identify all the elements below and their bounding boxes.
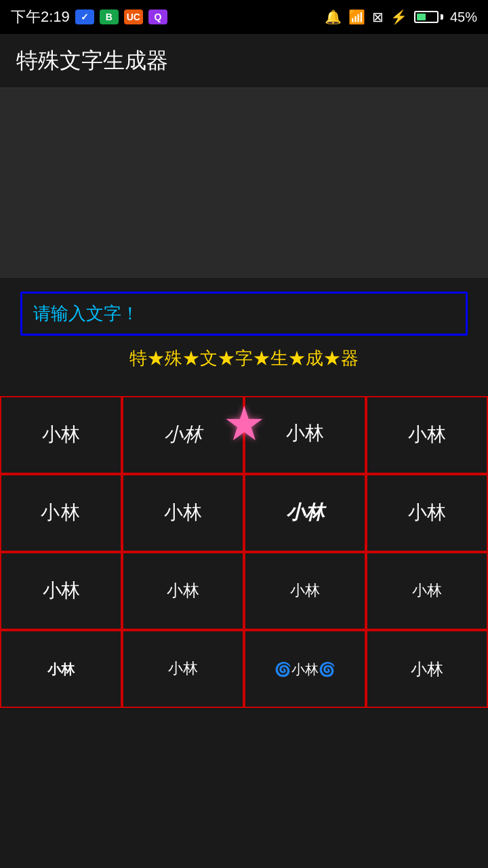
style-text-14: 小林 (163, 654, 203, 684)
style-text-2: 小林 (159, 417, 207, 452)
style-text-3: 小林 (281, 417, 329, 452)
screen-icon: ⊠ (372, 9, 384, 25)
style-cell-14[interactable]: 小林 (122, 630, 244, 708)
style-cell-13[interactable]: 小林 (0, 630, 122, 708)
page-title: 特殊文字生成器 (16, 46, 168, 76)
style-cell-16[interactable]: 小林 (366, 630, 488, 708)
status-bar: 下午2:19 ✓ B UC Q 🔔 📶 ⊠ ⚡ 45% (0, 0, 488, 34)
style-cell-6[interactable]: 小林 (122, 474, 244, 552)
style-text-7: 小林 (281, 495, 329, 530)
status-right: 🔔 📶 ⊠ ⚡ 45% (325, 9, 477, 25)
style-cell-9[interactable]: 小林 (0, 552, 122, 630)
style-cell-8[interactable]: 小林 (366, 474, 488, 552)
status-left: 下午2:19 ✓ B UC Q (11, 7, 167, 27)
app-icon-1: ✓ (75, 9, 94, 24)
style-cell-11[interactable]: 小林 (244, 552, 366, 630)
app-icon-2: B (100, 9, 119, 24)
style-text-10: 小林 (161, 575, 205, 607)
style-cell-1[interactable]: 小林 (0, 396, 122, 474)
style-text-5: 小林 (35, 495, 87, 530)
style-cell-5[interactable]: 小林 (0, 474, 122, 552)
charge-icon: ⚡ (390, 9, 407, 25)
input-section: 特★殊★文★字★生★成★器 (0, 278, 488, 382)
style-text-16: 小林 (405, 653, 449, 685)
app-icon-3: UC (124, 9, 143, 24)
style-cell-2[interactable]: 小林 (122, 396, 244, 474)
battery-percent: 45% (450, 9, 477, 25)
style-text-4: 小林 (403, 417, 451, 452)
style-cell-3[interactable]: 小林 (244, 396, 366, 474)
battery-indicator (414, 11, 443, 23)
style-text-6: 小林 (159, 495, 207, 530)
style-text-9: 小林 (37, 573, 85, 608)
text-input[interactable] (20, 292, 468, 336)
app-icon-4: Q (148, 9, 167, 24)
style-grid-container: ★ 小林小林小林小林小林小林小林小林小林小林小林小林小林小林🌀小林🌀小林 (0, 396, 488, 708)
style-text-8: 小林 (403, 495, 451, 530)
wifi-icon: 📶 (348, 9, 365, 25)
app-header: 特殊文字生成器 (0, 34, 488, 88)
style-cell-15[interactable]: 🌀小林🌀 (244, 630, 366, 708)
style-text-12: 小林 (407, 576, 447, 606)
style-grid: 小林小林小林小林小林小林小林小林小林小林小林小林小林小林🌀小林🌀小林 (0, 396, 488, 708)
style-cell-7[interactable]: 小林 (244, 474, 366, 552)
style-text-15: 🌀小林🌀 (269, 655, 341, 684)
style-cell-10[interactable]: 小林 (122, 552, 244, 630)
style-cell-12[interactable]: 小林 (366, 552, 488, 630)
style-text-1: 小林 (37, 417, 85, 452)
bell-icon: 🔔 (325, 9, 342, 25)
status-time: 下午2:19 (11, 7, 70, 27)
style-text-13: 小林 (42, 655, 80, 684)
style-cell-4[interactable]: 小林 (366, 396, 488, 474)
decorated-preview-text: 特★殊★文★字★生★成★器 (20, 347, 468, 370)
style-text-11: 小林 (285, 576, 325, 606)
ad-area (0, 88, 488, 278)
